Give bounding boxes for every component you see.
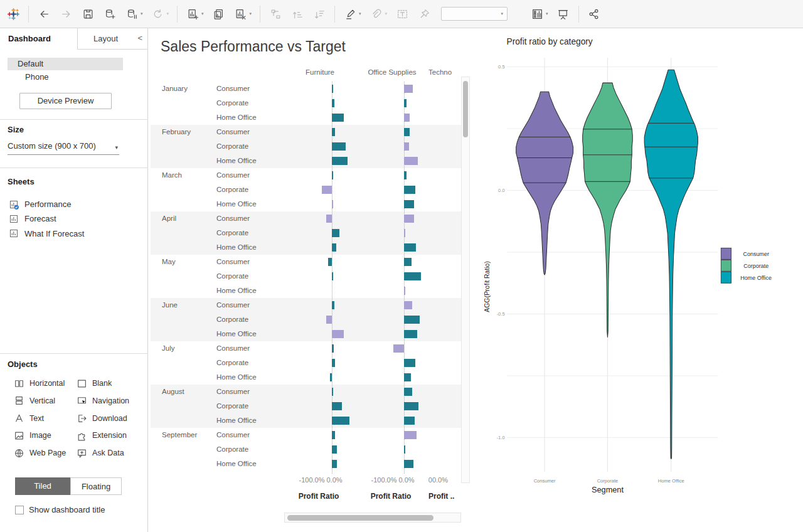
bar-mark[interactable] bbox=[404, 186, 415, 194]
chevron-down-icon[interactable]: ▾ bbox=[385, 11, 388, 16]
bar-mark[interactable] bbox=[332, 460, 337, 468]
new-worksheet-icon[interactable] bbox=[186, 7, 199, 21]
bar-mark[interactable] bbox=[332, 99, 334, 107]
violin-corporate[interactable] bbox=[583, 83, 633, 337]
floating-button[interactable]: Floating bbox=[70, 477, 122, 495]
chevron-down-icon[interactable]: ▾ bbox=[201, 11, 204, 16]
bar-mark[interactable] bbox=[404, 316, 420, 324]
chevron-down-icon[interactable]: ▾ bbox=[359, 11, 361, 16]
bar-mark[interactable] bbox=[404, 373, 411, 381]
show-dashboard-title-checkbox[interactable] bbox=[15, 506, 24, 514]
object-item-navigation[interactable]: Navigation bbox=[77, 395, 129, 407]
presentation-mode-icon[interactable] bbox=[556, 7, 570, 21]
bar-mark[interactable] bbox=[332, 243, 336, 252]
highlight-icon[interactable] bbox=[343, 7, 357, 21]
legend-swatch[interactable] bbox=[721, 248, 731, 259]
show-mark-labels-icon[interactable] bbox=[395, 7, 409, 21]
violin-home-office[interactable] bbox=[644, 70, 698, 459]
bar-mark[interactable] bbox=[332, 330, 344, 338]
size-dropdown[interactable]: Custom size (900 x 700) ▾ bbox=[8, 141, 119, 155]
bar-mark[interactable] bbox=[330, 373, 332, 381]
tab-dashboard[interactable]: Dashboard bbox=[0, 28, 77, 50]
object-item-webpage[interactable]: Web Page bbox=[14, 447, 66, 459]
bar-mark[interactable] bbox=[332, 431, 335, 439]
redo-icon[interactable] bbox=[59, 7, 73, 21]
device-option-phone[interactable]: Phone bbox=[8, 71, 123, 83]
swap-rows-columns-icon[interactable] bbox=[269, 7, 282, 21]
bar-mark[interactable] bbox=[332, 200, 333, 208]
bar-mark[interactable] bbox=[326, 316, 332, 324]
object-item-horizontal[interactable]: Horizontal bbox=[14, 377, 65, 390]
bar-mark[interactable] bbox=[332, 402, 342, 410]
bar-mark[interactable] bbox=[404, 142, 409, 151]
bar-mark[interactable] bbox=[332, 445, 337, 454]
bar-mark[interactable] bbox=[404, 460, 413, 468]
device-option-default[interactable]: Default bbox=[8, 58, 123, 70]
object-item-download[interactable]: Download bbox=[77, 412, 127, 425]
collapse-pane-icon[interactable]: < bbox=[137, 33, 142, 43]
bar-mark[interactable] bbox=[404, 229, 405, 237]
bar-mark[interactable] bbox=[332, 157, 348, 165]
chevron-down-icon[interactable]: ▾ bbox=[250, 11, 252, 16]
bar-mark[interactable] bbox=[404, 128, 410, 136]
bar-mark[interactable] bbox=[328, 258, 332, 266]
bar-mark[interactable] bbox=[332, 417, 349, 425]
pause-data-updates-icon[interactable] bbox=[125, 7, 139, 21]
chevron-down-icon[interactable]: ▾ bbox=[141, 11, 143, 16]
bar-mark[interactable] bbox=[326, 215, 332, 223]
bar-mark[interactable] bbox=[404, 431, 417, 439]
show-dashboard-title-row[interactable]: Show dashboard title bbox=[15, 505, 105, 514]
tiled-button[interactable]: Tiled bbox=[15, 477, 70, 495]
bar-mark[interactable] bbox=[404, 157, 418, 165]
bar-mark[interactable] bbox=[404, 171, 407, 179]
bar-mark[interactable] bbox=[404, 287, 405, 295]
sort-ascending-icon[interactable] bbox=[290, 7, 304, 21]
refresh-data-icon[interactable] bbox=[151, 7, 165, 21]
object-item-vertical[interactable]: Vertical bbox=[14, 395, 55, 407]
object-item-text[interactable]: Text bbox=[14, 412, 44, 425]
bar-mark[interactable] bbox=[404, 200, 414, 208]
fit-dropdown[interactable]: ▾ bbox=[441, 7, 508, 21]
chevron-down-icon[interactable]: ▾ bbox=[546, 11, 548, 16]
bar-mark[interactable] bbox=[332, 388, 333, 396]
sort-descending-icon[interactable] bbox=[312, 7, 326, 21]
bar-mark[interactable] bbox=[332, 344, 334, 353]
clear-sheet-icon[interactable] bbox=[234, 7, 248, 21]
sheet-item-forecast[interactable]: Forecast bbox=[9, 212, 134, 225]
bar-mark[interactable] bbox=[404, 272, 421, 280]
bar-mark[interactable] bbox=[332, 114, 344, 122]
bar-mark[interactable] bbox=[404, 388, 412, 396]
save-icon[interactable] bbox=[81, 7, 95, 21]
bar-mark[interactable] bbox=[332, 229, 339, 237]
bar-mark[interactable] bbox=[332, 142, 346, 151]
bar-mark[interactable] bbox=[404, 85, 413, 93]
bar-mark[interactable] bbox=[332, 272, 333, 280]
undo-icon[interactable] bbox=[37, 7, 51, 21]
bar-mark[interactable] bbox=[404, 99, 407, 107]
bar-mark[interactable] bbox=[322, 186, 332, 194]
duplicate-sheet-icon[interactable] bbox=[212, 7, 226, 21]
object-item-extension[interactable]: Extension bbox=[77, 429, 127, 442]
bar-mark[interactable] bbox=[404, 114, 410, 122]
bar-mark[interactable] bbox=[404, 258, 412, 266]
chevron-down-icon[interactable]: ▾ bbox=[167, 11, 169, 16]
bar-mark[interactable] bbox=[332, 85, 333, 93]
share-workbook-icon[interactable] bbox=[587, 7, 601, 21]
bar-mark[interactable] bbox=[404, 402, 418, 410]
bar-mark[interactable] bbox=[404, 243, 416, 252]
device-preview-button[interactable]: Device Preview bbox=[19, 93, 112, 109]
bar-mark[interactable] bbox=[404, 215, 414, 223]
bar-mark[interactable] bbox=[332, 301, 334, 309]
bar-mark[interactable] bbox=[332, 128, 335, 136]
legend-swatch[interactable] bbox=[721, 272, 731, 283]
group-members-icon[interactable] bbox=[370, 7, 383, 21]
bar-mark[interactable] bbox=[404, 359, 415, 367]
add-data-source-icon[interactable] bbox=[103, 7, 117, 21]
bar-mark[interactable] bbox=[332, 171, 333, 179]
bar-mark[interactable] bbox=[404, 330, 417, 338]
bar-mark[interactable] bbox=[404, 417, 415, 425]
tab-layout[interactable]: Layout bbox=[77, 28, 134, 50]
object-item-blank[interactable]: Blank bbox=[77, 377, 112, 390]
bar-mark[interactable] bbox=[393, 344, 404, 353]
sheet-item-performance[interactable]: Performance bbox=[9, 198, 134, 211]
